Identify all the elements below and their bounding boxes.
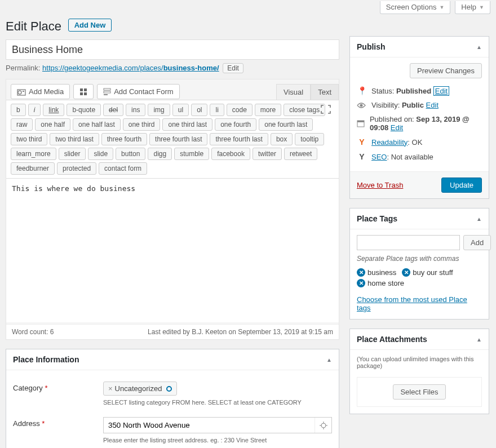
- svg-rect-8: [104, 91, 110, 93]
- svg-rect-3: [80, 88, 83, 91]
- qt-three-fourth[interactable]: three fourth: [101, 133, 147, 145]
- qt-digg[interactable]: digg: [148, 148, 172, 160]
- place-attachments-toggle[interactable]: Place Attachments ▲: [350, 329, 489, 350]
- form-icon: [103, 88, 111, 96]
- qt-facebook[interactable]: facebook: [211, 148, 250, 160]
- status-edit-link[interactable]: Edit: [433, 86, 449, 96]
- yoast-icon: Y: [357, 152, 367, 161]
- svg-rect-4: [84, 88, 87, 91]
- add-new-button[interactable]: Add New: [68, 19, 112, 32]
- qt-contact-form[interactable]: contact form: [99, 162, 147, 175]
- qt-del[interactable]: del: [103, 104, 123, 116]
- qt-three-fourth-last[interactable]: three fourth last: [149, 133, 207, 145]
- yoast-icon: Y: [357, 137, 367, 147]
- qt-b[interactable]: b: [11, 104, 26, 116]
- chevron-up-icon: ▲: [476, 336, 482, 343]
- qt-one-half-last[interactable]: one half last: [73, 118, 121, 131]
- tag-input[interactable]: [357, 235, 460, 250]
- qt-ins[interactable]: ins: [126, 104, 145, 116]
- qt-i[interactable]: i: [28, 104, 41, 116]
- word-count: Word count: 6: [12, 328, 54, 336]
- visual-tab[interactable]: Visual: [276, 84, 311, 100]
- seo-link[interactable]: SEO: [371, 153, 387, 161]
- add-tag-button[interactable]: Add: [463, 235, 491, 250]
- qt-stumble[interactable]: stumble: [174, 148, 209, 160]
- preview-changes-button[interactable]: Preview Changes: [410, 63, 482, 78]
- add-media-button[interactable]: Add Media: [11, 84, 70, 99]
- calendar-icon: [357, 119, 365, 127]
- qt-feedburner[interactable]: feedburner: [11, 162, 55, 175]
- qt-code[interactable]: code: [227, 104, 253, 116]
- date-edit-link[interactable]: Edit: [391, 123, 403, 132]
- qt-learn_more[interactable]: learn_more: [11, 148, 56, 160]
- remove-tag-icon[interactable]: ✕: [357, 268, 365, 277]
- qt-one-fourth[interactable]: one fourth: [215, 118, 256, 131]
- qt-li[interactable]: li: [210, 104, 224, 116]
- fullscreen-icon[interactable]: [321, 105, 333, 115]
- qt-one-half[interactable]: one half: [35, 118, 70, 131]
- publish-toggle[interactable]: Publish ▲: [350, 37, 489, 57]
- radio-icon: [166, 386, 172, 392]
- remove-tag-icon[interactable]: ✕: [357, 279, 365, 287]
- qt-button[interactable]: button: [116, 148, 145, 160]
- svg-rect-5: [80, 92, 83, 95]
- locate-icon[interactable]: [315, 418, 331, 433]
- move-to-trash-link[interactable]: Move to Trash: [357, 181, 403, 189]
- chevron-up-icon: ▲: [476, 216, 482, 222]
- svg-point-11: [360, 104, 363, 107]
- readability-link[interactable]: Readability: [371, 138, 408, 147]
- select-files-button[interactable]: Select Files: [393, 384, 445, 400]
- qt-close-tags[interactable]: close tags: [284, 104, 325, 116]
- permalink-label: Permalink:: [6, 64, 40, 72]
- qt-b-quote[interactable]: b-quote: [67, 104, 101, 116]
- chevron-down-icon: ▼: [439, 5, 444, 10]
- qt-link[interactable]: link: [43, 104, 64, 116]
- qt-slide[interactable]: slide: [88, 148, 113, 160]
- place-tags-toggle[interactable]: Place Tags ▲: [350, 209, 489, 229]
- category-chip[interactable]: × Uncategorized: [103, 382, 177, 396]
- qt-three-fourth-last[interactable]: three fourth last: [210, 133, 268, 145]
- qt-ol[interactable]: ol: [191, 104, 207, 116]
- text-tab[interactable]: Text: [311, 84, 339, 100]
- permalink-edit-button[interactable]: Edit: [223, 63, 243, 73]
- category-hint: SELECT listing category FROM here. SELEC…: [103, 399, 332, 406]
- qt-one-third-last[interactable]: one third last: [162, 118, 212, 131]
- blocks-button[interactable]: [73, 84, 94, 99]
- qt-protected[interactable]: protected: [57, 162, 96, 175]
- address-input[interactable]: [104, 418, 315, 433]
- qt-one-third[interactable]: one third: [123, 118, 161, 131]
- add-contact-form-button[interactable]: Add Contact Form: [97, 84, 180, 99]
- last-edited: Last edited by B.J. Keeton on September …: [148, 328, 333, 336]
- qt-box[interactable]: box: [271, 133, 293, 145]
- eye-icon: [357, 102, 367, 109]
- chevron-up-icon: ▲: [476, 44, 482, 50]
- qt-img[interactable]: img: [148, 104, 170, 116]
- chevron-down-icon: ▼: [479, 5, 484, 10]
- qt-tooltip[interactable]: tooltip: [295, 133, 324, 145]
- screen-options-tab[interactable]: Screen Options▼: [380, 1, 451, 14]
- qt-one-fourth-last[interactable]: one fourth last: [259, 118, 313, 131]
- visibility-edit-link[interactable]: Edit: [426, 101, 439, 109]
- post-title-input[interactable]: [6, 39, 339, 60]
- content-textarea[interactable]: This is where we do business: [6, 179, 339, 322]
- qt-two-third-last[interactable]: two third last: [50, 133, 99, 145]
- permalink-link[interactable]: https://geektogeekmedia.com/places/busin…: [42, 64, 219, 72]
- place-information-toggle[interactable]: Place Information ▲: [6, 349, 339, 370]
- category-label: Category: [13, 384, 43, 392]
- address-hint: Please enter the listing street address.…: [103, 437, 332, 443]
- choose-tags-link[interactable]: Choose from the most used Place tags: [357, 295, 482, 312]
- qt-raw[interactable]: raw: [11, 118, 33, 131]
- update-button[interactable]: Update: [441, 178, 482, 193]
- svg-rect-9: [104, 94, 108, 95]
- qt-more[interactable]: more: [255, 104, 281, 116]
- grid-icon: [79, 88, 87, 96]
- qt-twitter[interactable]: twitter: [253, 148, 282, 160]
- qt-ul[interactable]: ul: [172, 104, 189, 116]
- qt-slider[interactable]: slider: [59, 148, 86, 160]
- qt-retweet[interactable]: retweet: [284, 148, 317, 160]
- help-tab[interactable]: Help▼: [455, 1, 490, 14]
- qt-two-third[interactable]: two third: [11, 133, 47, 145]
- page-title: Edit Place: [6, 19, 61, 34]
- remove-tag-icon[interactable]: ✕: [402, 268, 410, 277]
- address-label: Address: [13, 419, 40, 428]
